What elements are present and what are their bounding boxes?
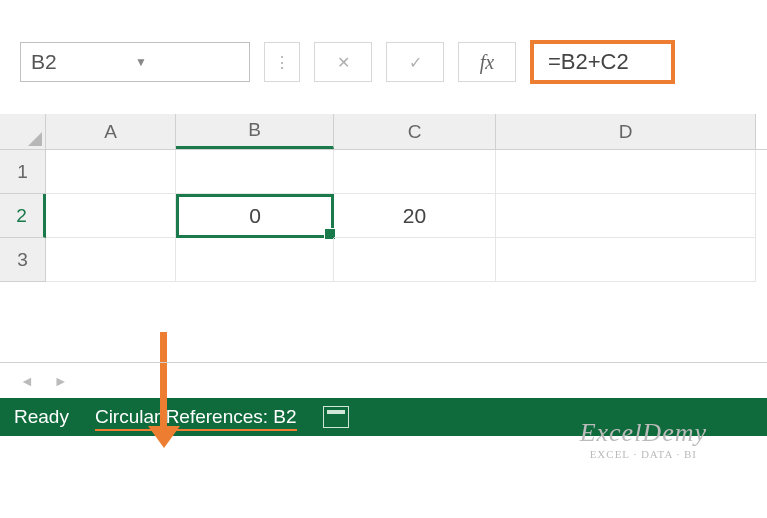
cancel-button[interactable]: ✕: [314, 42, 372, 82]
formula-bar-separator: ⋮: [264, 42, 300, 82]
watermark-brand: ExcelDemy: [580, 418, 707, 448]
cancel-icon: ✕: [337, 53, 350, 72]
cell-b1[interactable]: [176, 150, 334, 194]
formula-input[interactable]: =B2+C2: [530, 40, 675, 84]
next-sheet-icon[interactable]: ►: [54, 373, 68, 389]
col-header-c[interactable]: C: [334, 114, 496, 149]
sheet-tab-nav: ◄ ►: [0, 362, 767, 398]
status-circular-references: Circular References: B2: [95, 406, 297, 428]
cell-a3[interactable]: [46, 238, 176, 282]
check-icon: ✓: [409, 53, 422, 72]
row-header-1[interactable]: 1: [0, 150, 46, 194]
cell-d1[interactable]: [496, 150, 756, 194]
status-ready: Ready: [14, 406, 69, 428]
col-header-d[interactable]: D: [496, 114, 756, 149]
col-header-a[interactable]: A: [46, 114, 176, 149]
view-layout-icon[interactable]: [323, 406, 349, 428]
cell-a1[interactable]: [46, 150, 176, 194]
prev-sheet-icon[interactable]: ◄: [20, 373, 34, 389]
watermark: ExcelDemy EXCEL · DATA · BI: [580, 418, 707, 460]
cell-b3[interactable]: [176, 238, 334, 282]
cell-d3[interactable]: [496, 238, 756, 282]
insert-function-button[interactable]: fx: [458, 42, 516, 82]
cell-d2[interactable]: [496, 194, 756, 238]
row-header-3[interactable]: 3: [0, 238, 46, 282]
col-header-b[interactable]: B: [176, 114, 334, 149]
name-box[interactable]: B2 ▼: [20, 42, 250, 82]
cell-b2[interactable]: 0: [176, 194, 334, 238]
formula-value: =B2+C2: [548, 49, 629, 75]
cell-a2[interactable]: [46, 194, 176, 238]
cell-c3[interactable]: [334, 238, 496, 282]
cell-c2[interactable]: 20: [334, 194, 496, 238]
cell-c1[interactable]: [334, 150, 496, 194]
enter-button[interactable]: ✓: [386, 42, 444, 82]
row-header-2[interactable]: 2: [0, 194, 46, 238]
select-all-corner[interactable]: [0, 114, 46, 149]
watermark-tag: EXCEL · DATA · BI: [580, 448, 707, 460]
name-box-value: B2: [31, 50, 135, 74]
spreadsheet-grid[interactable]: A B C D 1 2 0 20 3: [0, 114, 767, 282]
name-box-dropdown-icon[interactable]: ▼: [135, 55, 239, 69]
fx-icon: fx: [480, 51, 494, 74]
